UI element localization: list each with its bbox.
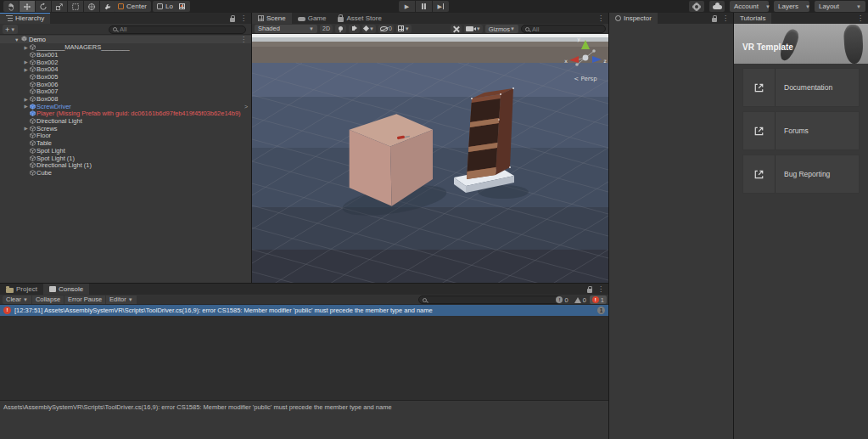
search-icon	[423, 298, 427, 302]
hierarchy-item-floor[interactable]: Floor	[0, 132, 251, 140]
editor-button[interactable]: Editor▼	[106, 295, 137, 304]
layers-dropdown[interactable]: Layers▼	[774, 1, 809, 12]
expand-arrow-icon[interactable]: ▶	[23, 126, 29, 131]
scene-viewport-canvas[interactable]: x z y < Persp	[252, 34, 608, 283]
tab-project[interactable]: Project	[0, 284, 43, 295]
error-entry-count: 1	[597, 307, 605, 314]
tab-console[interactable]: Console	[43, 284, 89, 295]
services-button[interactable]	[689, 1, 704, 12]
tab-game[interactable]: Game	[292, 13, 333, 24]
move-tool-button[interactable]	[20, 1, 35, 12]
pause-button[interactable]	[416, 1, 432, 12]
cloud-button[interactable]	[709, 1, 725, 12]
hierarchy-item-box001[interactable]: Box001	[0, 51, 251, 59]
gizmo-center[interactable]	[583, 55, 589, 61]
console-search-input[interactable]	[429, 296, 557, 304]
scene-audio-toggle[interactable]	[349, 25, 360, 33]
tab-scene[interactable]: Scene	[252, 13, 292, 24]
hierarchy-search-input[interactable]	[120, 25, 242, 33]
rect-tool-button[interactable]	[68, 1, 83, 12]
scene-visibility-toggle[interactable]: 0	[378, 25, 394, 33]
panel-menu-icon[interactable]: ⋮	[855, 15, 865, 22]
layout-dropdown[interactable]: Layout▼	[815, 1, 865, 12]
shading-mode-dropdown[interactable]: Shaded▼	[255, 25, 317, 33]
expand-arrow-icon[interactable]: ▶	[23, 104, 29, 109]
projection-label[interactable]: < Persp	[574, 76, 597, 82]
lock-icon[interactable]	[230, 18, 235, 22]
hierarchy-item-box008[interactable]: ▶Box008	[0, 95, 251, 103]
prefab-open-chevron-icon[interactable]: >	[244, 104, 248, 110]
console-error-entry[interactable]: ! [12:37:51] Assets\AssemblySystemVR\Scr…	[0, 305, 608, 316]
banner-title: VR Template	[742, 42, 793, 52]
rotate-tool-button[interactable]	[36, 1, 51, 12]
hierarchy-item-box007[interactable]: Box007	[0, 88, 251, 96]
hierarchy-item-box002[interactable]: ▶Box002	[0, 59, 251, 66]
tab-inspector[interactable]: Inspector	[609, 13, 658, 24]
scene-search[interactable]	[521, 25, 606, 33]
tab-asset-store[interactable]: Asset Store	[332, 13, 387, 24]
2d-toggle[interactable]: 2D	[320, 25, 333, 33]
gizmos-dropdown[interactable]: Gizmos▼	[485, 25, 518, 33]
play-button[interactable]: ▶	[399, 1, 415, 12]
hierarchy-item-spot-light-1[interactable]: Spot Light (1)	[0, 155, 251, 162]
scene-lighting-toggle[interactable]	[335, 25, 346, 33]
tutorial-card-bug-reporting[interactable]: Bug Reporting	[742, 155, 860, 194]
grid-visibility-dropdown[interactable]: ▼	[396, 25, 412, 33]
tab-tutorials[interactable]: Tutorials	[734, 13, 771, 24]
scene-camera-dropdown[interactable]: ▼	[464, 25, 483, 33]
button-label: Editor	[109, 295, 126, 303]
tutorial-card-documentation[interactable]: Documentation	[742, 68, 860, 107]
panel-menu-icon[interactable]: ⋮	[238, 15, 249, 22]
expand-arrow-icon[interactable]: ▶	[23, 45, 29, 50]
hierarchy-item-directional-light-1[interactable]: Directional Light (1)	[0, 161, 251, 169]
tab-hierarchy[interactable]: Hierarchy	[0, 13, 50, 24]
hierarchy-item-directional-light[interactable]: Directional Light	[0, 117, 251, 125]
scene-search-input[interactable]	[532, 25, 602, 33]
hierarchy-item-spot-light[interactable]: Spot Light	[0, 147, 251, 155]
clear-button[interactable]: Clear▼	[3, 295, 31, 304]
scene-header-row[interactable]: ▼ Demo ⋮	[0, 36, 251, 43]
hierarchy-item-box005[interactable]: Box005	[0, 73, 251, 81]
account-dropdown[interactable]: Account▼	[730, 1, 769, 12]
lock-icon[interactable]	[712, 18, 717, 22]
tutorial-card-forums[interactable]: Forums	[742, 111, 860, 150]
expand-arrow-icon[interactable]: ▶	[23, 67, 29, 72]
tutorials-panel: Tutorials ⋮ VR Template DocumentationFor…	[734, 13, 868, 439]
chevron-down-icon: ▼	[10, 27, 15, 32]
expand-arrow-icon[interactable]: ▶	[23, 59, 29, 65]
scale-tool-button[interactable]	[52, 1, 67, 12]
pivot-center-button[interactable]: Center	[114, 1, 151, 12]
grid-snap-button[interactable]	[173, 1, 190, 12]
hierarchy-item-label: ScrewDriver	[36, 103, 71, 110]
transform-tool-button[interactable]	[84, 1, 99, 12]
scene-effects-dropdown[interactable]: ▼	[362, 25, 376, 33]
panel-menu-icon[interactable]: ⋮	[596, 15, 606, 22]
hierarchy-item-player-missing-prefab-with-g[interactable]: Player (Missing Prefab with guid: dc0616…	[0, 110, 251, 118]
hand-tool-button[interactable]	[3, 1, 19, 12]
lock-icon[interactable]	[587, 289, 592, 293]
panel-menu-icon[interactable]: ⋮	[720, 15, 731, 22]
hierarchy-item-box006[interactable]: Box006	[0, 81, 251, 88]
console-search[interactable]	[418, 295, 561, 304]
error-count-toggle[interactable]: ! 1	[590, 295, 607, 304]
component-tools-button[interactable]	[451, 25, 462, 33]
button-label: Error Pause	[68, 295, 102, 303]
error-pause-button[interactable]: Error Pause	[64, 295, 105, 304]
hierarchy-item-box004[interactable]: ▶Box004	[0, 65, 251, 73]
hierarchy-item-managers[interactable]: ▶________MANAGERS________	[0, 43, 251, 51]
scene-menu-icon[interactable]: ⋮	[238, 37, 249, 43]
collapse-button[interactable]: Collapse	[32, 295, 64, 304]
hierarchy-item-screwdriver[interactable]: ▶ScrewDriver>	[0, 103, 251, 110]
hierarchy-search[interactable]	[109, 25, 246, 34]
collapse-arrow-icon[interactable]: ▼	[14, 37, 21, 42]
expand-arrow-icon[interactable]: ▶	[23, 97, 29, 102]
panel-menu-icon[interactable]: ⋮	[596, 286, 606, 293]
hierarchy-item-screws[interactable]: ▶Screws	[0, 125, 251, 132]
warning-count-toggle[interactable]: 0	[572, 295, 589, 304]
hierarchy-item-table[interactable]: Table	[0, 139, 251, 147]
create-object-button[interactable]: +▼	[3, 25, 18, 34]
shelf-object[interactable]	[467, 87, 514, 179]
hierarchy-item-cube[interactable]: Cube	[0, 169, 251, 177]
step-button[interactable]: ▶	[433, 1, 449, 12]
info-count-toggle[interactable]: ! 0	[553, 295, 570, 304]
